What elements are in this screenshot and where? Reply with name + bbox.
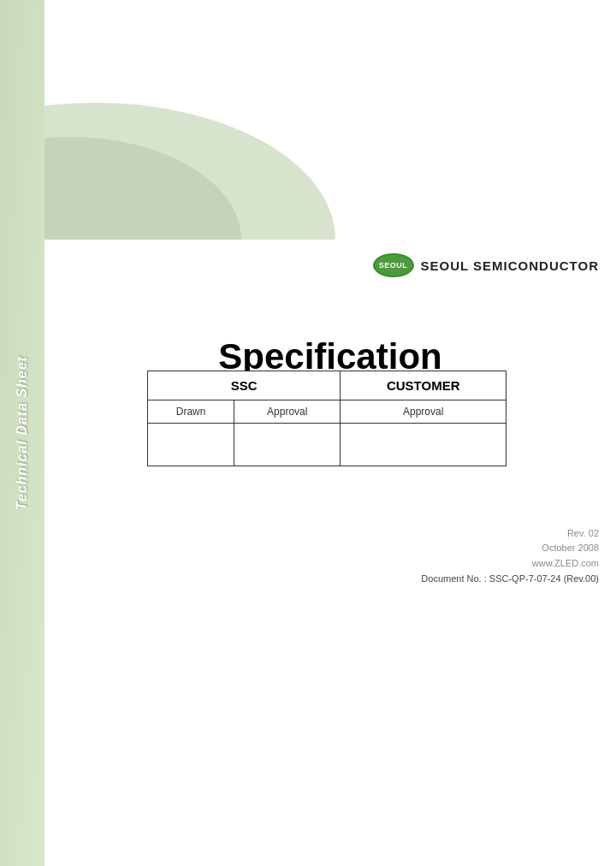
ssc-header: SSC — [148, 371, 341, 400]
bottom-section: SSC CUSTOMER Drawn Approval Approval — [96, 371, 616, 466]
footer-info: Rev. 02 October 2008 www.ZLED.com Docume… — [27, 526, 599, 586]
logo-container: SEOUL SEOUL SEMICONDUCTOR — [373, 253, 599, 277]
sidebar: Technical Data Sheet — [0, 0, 44, 866]
drawn-label: Drawn — [148, 400, 234, 423]
company-name: SEOUL SEMICONDUCTOR — [421, 258, 599, 273]
svg-point-1 — [44, 137, 241, 240]
footer-rev: Rev. 02 — [27, 526, 599, 542]
logo-text: SEOUL — [379, 261, 408, 270]
ssc-approval-label: Approval — [234, 400, 341, 423]
ssc-approval-content — [234, 423, 341, 466]
svg-point-0 — [44, 103, 335, 240]
customer-header: CUSTOMER — [341, 371, 506, 400]
main-content: SEOUL SEOUL SEMICONDUCTOR Specification … — [44, 0, 616, 866]
footer-doc-no: Document No. : SSC-QP-7-07-24 (Rev.00) — [27, 572, 599, 587]
drawn-content — [148, 423, 234, 466]
footer-website: www.ZLED.com — [27, 556, 599, 572]
customer-approval-content — [341, 423, 506, 466]
approval-table: SSC CUSTOMER Drawn Approval Approval — [147, 371, 506, 466]
header: SEOUL SEOUL SEMICONDUCTOR — [44, 243, 616, 284]
customer-approval-label: Approval — [341, 400, 506, 423]
logo-oval: SEOUL — [373, 253, 414, 277]
sidebar-text-container: Technical Data Sheet — [0, 0, 44, 866]
background-decoration — [44, 0, 335, 240]
footer-date: October 2008 — [27, 541, 599, 556]
sidebar-label: Technical Data Sheet — [15, 356, 30, 510]
